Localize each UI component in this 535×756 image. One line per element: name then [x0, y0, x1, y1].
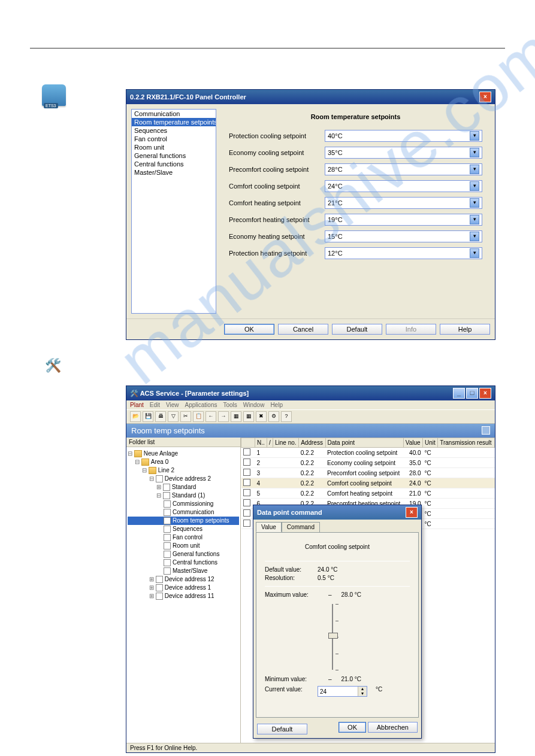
- col-check[interactable]: [241, 438, 255, 448]
- chevron-down-icon[interactable]: ▾: [470, 232, 479, 241]
- param-dropdown[interactable]: 15°C▾: [325, 230, 482, 242]
- row-checkbox[interactable]: [243, 448, 250, 456]
- default-button[interactable]: Default: [257, 724, 307, 734]
- grid-header[interactable]: Address: [299, 438, 325, 448]
- menu-item[interactable]: Tools: [223, 402, 237, 408]
- tree-node[interactable]: Area 0: [128, 458, 239, 466]
- row-checkbox[interactable]: [243, 479, 250, 486]
- param-dropdown[interactable]: 24°C▾: [325, 180, 482, 192]
- tab-value[interactable]: Value: [256, 522, 282, 532]
- grid-header[interactable]: N..: [255, 438, 267, 448]
- table-row[interactable]: 10.2.2Protection cooling setpoint40.0°C: [241, 448, 495, 458]
- forward-icon[interactable]: →: [218, 411, 229, 422]
- grid-header[interactable]: Transmission result: [438, 438, 495, 448]
- menu-item[interactable]: Applications: [185, 402, 217, 408]
- menu-item[interactable]: Edit: [150, 402, 160, 408]
- tree-node[interactable]: Commissioning: [128, 500, 239, 508]
- current-value-spinner[interactable]: ▴▾: [318, 686, 367, 697]
- grid-header[interactable]: Line no.: [273, 438, 298, 448]
- ets-nav-list[interactable]: CommunicationRoom temperature setpointsS…: [131, 109, 216, 314]
- cancel-button[interactable]: Cancel: [278, 324, 328, 335]
- ets-nav-item[interactable]: Central functions: [132, 160, 216, 168]
- ets-nav-item[interactable]: Room unit: [132, 143, 216, 151]
- ets-nav-item[interactable]: Sequences: [132, 126, 216, 135]
- chevron-down-icon[interactable]: ▾: [470, 198, 479, 208]
- tree-node[interactable]: Central functions: [128, 558, 239, 567]
- slider-thumb[interactable]: [328, 633, 338, 639]
- chevron-down-icon[interactable]: ▾: [470, 248, 479, 258]
- param-dropdown[interactable]: 21°C▾: [325, 197, 482, 209]
- settings-icon[interactable]: ⚙: [268, 411, 279, 422]
- cancel-button[interactable]: Abbrechen: [368, 722, 418, 733]
- menu-item[interactable]: Plant: [130, 402, 144, 408]
- table-row[interactable]: 30.2.2Precomfort cooling setpoint28.0°C: [241, 468, 495, 478]
- tree-node[interactable]: Room temp setpoints: [128, 517, 239, 525]
- row-checkbox[interactable]: [243, 509, 250, 517]
- ets-nav-item[interactable]: Master/Slave: [132, 168, 216, 177]
- tree-node[interactable]: Standard: [128, 483, 239, 491]
- chevron-down-icon[interactable]: ▾: [470, 215, 479, 224]
- param-dropdown[interactable]: 19°C▾: [325, 214, 482, 226]
- close-icon[interactable]: ×: [479, 388, 491, 399]
- grid-header[interactable]: Data point: [325, 438, 403, 448]
- maximize-icon[interactable]: □: [466, 388, 478, 399]
- tree-node[interactable]: Device address 12: [128, 575, 239, 584]
- ets-nav-item[interactable]: General functions: [132, 151, 216, 160]
- acs-toolbar[interactable]: 📂 💾 🖶 ▽ ✂ 📋 ← → ▦ ▦ ✖ ⚙ ?: [126, 409, 495, 424]
- tree-node[interactable]: Room unit: [128, 542, 239, 550]
- ets-nav-item[interactable]: Communication: [132, 110, 216, 118]
- chevron-down-icon[interactable]: ▾: [470, 148, 479, 157]
- chevron-down-icon[interactable]: ▾: [470, 181, 479, 191]
- acs-tree[interactable]: Neue AnlageArea 0Line 2Device address 2S…: [126, 447, 240, 603]
- save-icon[interactable]: 💾: [143, 411, 153, 422]
- ets-nav-item[interactable]: Room temperature setpoints: [132, 118, 216, 126]
- tree-node[interactable]: Line 2: [128, 466, 239, 475]
- grid-icon[interactable]: ▦: [231, 411, 241, 422]
- minimize-icon[interactable]: _: [453, 388, 465, 399]
- back-icon[interactable]: ←: [205, 411, 216, 422]
- acs-menubar[interactable]: PlantEditViewApplicationsToolsWindowHelp: [126, 400, 495, 409]
- chevron-down-icon[interactable]: ▾: [470, 131, 479, 141]
- param-dropdown[interactable]: 35°C▾: [325, 147, 482, 159]
- close-icon[interactable]: ×: [406, 507, 418, 518]
- help-icon[interactable]: ?: [281, 411, 292, 422]
- copy-icon[interactable]: 📋: [193, 411, 204, 422]
- grid-header[interactable]: Value: [403, 438, 422, 448]
- help-button[interactable]: Help: [440, 324, 490, 335]
- ok-button[interactable]: OK: [338, 722, 366, 733]
- spin-arrows-icon[interactable]: ▴▾: [358, 687, 367, 696]
- clear-icon[interactable]: ✖: [256, 411, 267, 422]
- param-dropdown[interactable]: 12°C▾: [325, 247, 482, 259]
- row-checkbox[interactable]: [243, 520, 250, 527]
- row-checkbox[interactable]: [243, 489, 250, 496]
- tree-node[interactable]: Device address 11: [128, 592, 239, 600]
- tree-node[interactable]: Fan control: [128, 533, 239, 542]
- default-button[interactable]: Default: [332, 324, 382, 335]
- grid2-icon[interactable]: ▦: [243, 411, 254, 422]
- table-row[interactable]: 20.2.2Economy cooling setpoint35.0°C: [241, 458, 495, 468]
- param-dropdown[interactable]: 28°C▾: [325, 163, 482, 175]
- panel-toggle-icon[interactable]: [482, 426, 490, 435]
- tool-icon[interactable]: ✂: [180, 411, 191, 422]
- chevron-down-icon[interactable]: ▾: [470, 165, 479, 174]
- table-row[interactable]: 40.2.2Comfort cooling setpoint24.0°C: [241, 478, 495, 488]
- menu-item[interactable]: View: [166, 402, 179, 408]
- ok-button[interactable]: OK: [224, 324, 274, 335]
- param-dropdown[interactable]: 40°C▾: [325, 130, 482, 142]
- menu-item[interactable]: Help: [270, 402, 283, 408]
- row-checkbox[interactable]: [243, 499, 250, 506]
- tree-node[interactable]: Communication: [128, 508, 239, 517]
- close-icon[interactable]: ×: [479, 92, 491, 102]
- tree-node[interactable]: Neue Anlage: [128, 450, 239, 458]
- tab-command[interactable]: Command: [282, 522, 320, 532]
- grid-header[interactable]: Unit: [423, 438, 438, 448]
- value-slider[interactable]: [325, 604, 343, 670]
- tree-node[interactable]: Device address 2: [128, 475, 239, 483]
- filter-icon[interactable]: ▽: [168, 411, 179, 422]
- table-row[interactable]: 50.2.2Comfort heating setpoint21.0°C: [241, 488, 495, 499]
- row-checkbox[interactable]: [243, 459, 250, 466]
- tree-node[interactable]: Master/Slave: [128, 567, 239, 575]
- row-checkbox[interactable]: [243, 469, 250, 476]
- open-icon[interactable]: 📂: [130, 411, 141, 422]
- tree-node[interactable]: Sequences: [128, 525, 239, 533]
